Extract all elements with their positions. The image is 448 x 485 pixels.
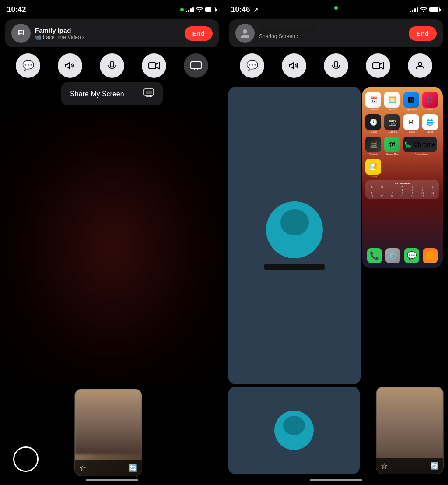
dock-messages: 💬	[404, 248, 419, 263]
app-camera: 📸 Camera	[384, 114, 401, 133]
left-signal-dot	[180, 8, 184, 11]
right-signal-bars	[410, 7, 418, 12]
svg-rect-2	[110, 61, 114, 67]
left-screen-share-button[interactable]	[184, 53, 208, 78]
right-active-dot	[334, 6, 338, 10]
app-icon-gmail: M	[403, 114, 419, 130]
phone-screenshot: 📅 Calendar 🌅 Photos 🅰 App Store 🎵 Music	[362, 87, 443, 268]
right-camera-switch-button[interactable]: 🔄	[430, 462, 439, 470]
app-icon-calculator: 🧮	[365, 137, 381, 152]
app-icon-clock: 🕐	[365, 114, 381, 130]
right-thumb-avatar-circle	[274, 411, 314, 450]
signal-bar-r1	[410, 11, 411, 12]
svg-marker-6	[156, 63, 159, 69]
calendar-widget: DECEMBER SMTWTFS 1234 567891011 12131415…	[365, 180, 439, 199]
dock-phone: 📞	[367, 248, 382, 263]
app-googlemaps: 🗺 Google Maps	[384, 137, 401, 155]
svg-point-24	[418, 62, 422, 66]
left-controls-row: 💬	[0, 51, 224, 82]
svg-rect-5	[149, 63, 156, 69]
share-my-screen-bar[interactable]: Share My Screen	[61, 82, 163, 105]
svg-marker-1	[66, 63, 70, 69]
right-battery-icon	[429, 7, 441, 12]
right-end-button[interactable]: End	[409, 26, 437, 41]
app-notes: 📝 Notes	[365, 159, 382, 178]
location-arrow-icon: ↗	[253, 7, 258, 13]
record-button[interactable]	[13, 446, 38, 472]
right-thumb-avatar-head	[283, 416, 305, 435]
app-grid-row3: 🧮 Calculator 🗺 Google Maps 🦕 Chrome Chro…	[365, 137, 439, 155]
app-icon-chrome: 🌐	[422, 114, 438, 130]
left-mic-button[interactable]	[100, 53, 124, 78]
signal-bar-r3	[414, 8, 416, 12]
right-content-area: 📅 Calendar 🌅 Photos 🅰 App Store 🎵 Music	[224, 82, 448, 485]
left-end-button[interactable]: End	[185, 26, 213, 41]
right-small-thumb-controls: ☆ 🔄	[376, 458, 443, 474]
svg-rect-7	[191, 62, 201, 69]
svg-rect-22	[373, 63, 380, 69]
left-star-button[interactable]: ☆	[79, 464, 86, 473]
app-music: 🎵 Music	[422, 92, 439, 111]
app-icon-maps: 🗺	[384, 137, 400, 152]
left-bottom-area: ☆ 🔄	[0, 384, 224, 485]
right-large-thumb-content	[228, 387, 360, 474]
signal-bar-3	[190, 8, 192, 12]
app-icon-dino: 🦕 Chrome	[403, 137, 437, 152]
right-call-name	[259, 27, 316, 33]
right-time: 10:46 ↗	[231, 5, 258, 14]
share-screen-icon	[144, 88, 154, 99]
left-video-button[interactable]	[142, 53, 166, 78]
svg-point-16	[423, 11, 424, 12]
right-avatar	[235, 24, 255, 43]
app-grid-row4: 📝 Notes	[365, 159, 439, 178]
right-mic-button[interactable]	[324, 53, 348, 78]
right-home-indicator	[310, 479, 362, 481]
right-person-button[interactable]	[408, 53, 432, 78]
left-thumbnail-card[interactable]: ☆ 🔄	[74, 389, 142, 476]
left-time: 10:42	[7, 5, 26, 14]
dock-grid: 🟧	[423, 248, 438, 263]
app-clock: 🕐 Clock	[365, 114, 382, 133]
left-call-bar: FI Family Ipad 📹 FaceTime Video › End	[5, 19, 219, 47]
dock-row: 📞 ⚙️ 💬 🟧	[365, 246, 439, 265]
left-wifi-icon	[196, 7, 203, 13]
app-chrome: 🌐 Chrome	[422, 114, 439, 133]
app-icon-calendar: 📅	[365, 92, 381, 108]
right-wifi-icon	[420, 7, 427, 13]
right-call-info: Sharing Screen ›	[259, 27, 404, 39]
left-call-subtitle: 📹 FaceTime Video ›	[35, 34, 180, 40]
facetime-video-icon: 📹	[35, 34, 42, 40]
right-status-icons	[410, 7, 441, 13]
right-star-button[interactable]: ☆	[381, 461, 388, 471]
app-chrome-dino: 🦕 Chrome Chrome Dino	[403, 137, 440, 155]
app-calculator: 🧮 Calculator	[365, 137, 382, 155]
left-call-name: Family Ipad	[35, 27, 180, 34]
app-photos: 🌅 Photos	[384, 92, 401, 111]
left-camera-switch-button[interactable]: 🔄	[129, 464, 137, 472]
left-video-feed	[0, 111, 224, 384]
left-call-info: Family Ipad 📹 FaceTime Video ›	[35, 27, 180, 40]
app-calendar: 📅 Calendar	[365, 92, 382, 111]
app-icon-photos: 🌅	[384, 92, 400, 108]
app-grid-row1: 📅 Calendar 🌅 Photos 🅰 App Store 🎵 Music	[365, 92, 439, 111]
left-signal-bars	[186, 7, 194, 12]
right-call-subtitle: Sharing Screen ›	[259, 33, 404, 39]
right-speaker-button[interactable]	[282, 53, 306, 78]
right-message-button[interactable]: 💬	[240, 53, 264, 78]
right-large-thumb[interactable]	[228, 387, 360, 474]
left-avatar: FI	[11, 24, 31, 43]
left-panel: 10:42	[0, 0, 224, 485]
left-speaker-button[interactable]	[58, 53, 82, 78]
signal-bar-1	[186, 11, 187, 12]
svg-marker-23	[380, 63, 383, 69]
left-message-button[interactable]: 💬	[16, 53, 40, 78]
remote-avatar-body	[273, 238, 316, 258]
right-thumb-avatar	[274, 411, 314, 450]
left-status-icons	[180, 7, 217, 13]
right-video-button[interactable]	[366, 53, 390, 78]
remote-avatar-circle	[266, 201, 323, 258]
dock-settings: ⚙️	[385, 248, 400, 263]
svg-rect-15	[146, 91, 152, 94]
right-thumb-avatar-body	[279, 436, 309, 450]
right-small-thumb[interactable]: ☆ 🔄	[376, 387, 444, 474]
